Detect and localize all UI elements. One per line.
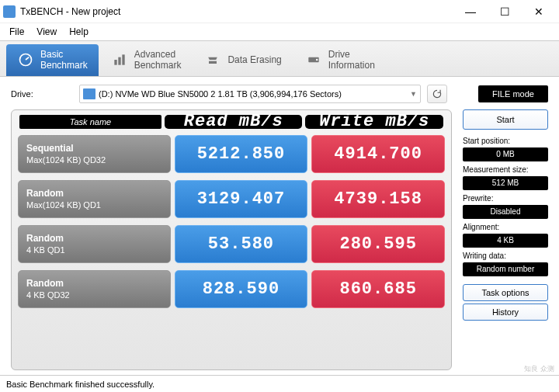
start-position-label: Start position:: [463, 137, 548, 145]
svg-rect-2: [114, 60, 116, 65]
chevron-down-icon: ▼: [410, 90, 417, 98]
drive-label: Drive:: [11, 89, 73, 99]
header-read: Read mB/s: [165, 115, 303, 129]
write-value: 860.685: [311, 270, 445, 308]
side-panel: Start Start position: 0 MB Measurement s…: [463, 109, 548, 370]
prewrite-value: Disabled: [463, 205, 548, 219]
write-value: 280.595: [311, 225, 445, 263]
erase-icon: [204, 51, 221, 68]
drive-value: (D:) NVMe WD Blue SN5000 2 1.81 TB (3,90…: [99, 89, 410, 99]
read-value: 3129.407: [175, 180, 308, 218]
result-row: Random4 KB QD32 828.590 860.685: [18, 270, 445, 308]
write-value: 4739.158: [311, 180, 445, 218]
measurement-size-value: 512 MB: [463, 176, 548, 190]
results-panel: Task name Read mB/s Write mB/s Sequentia…: [11, 109, 452, 370]
alignment-label: Alignment:: [463, 223, 548, 231]
tab-advanced-benchmark[interactable]: AdvancedBenchmark: [100, 44, 193, 76]
svg-point-7: [316, 59, 318, 61]
svg-rect-3: [118, 57, 120, 65]
header-write: Write mB/s: [305, 115, 443, 129]
barchart-icon: [111, 51, 128, 68]
menubar: File View Help: [0, 23, 559, 40]
prewrite-label: Prewrite:: [463, 194, 548, 203]
menu-view[interactable]: View: [30, 25, 63, 39]
svg-rect-4: [122, 55, 124, 65]
menu-help[interactable]: Help: [63, 25, 95, 39]
svg-rect-5: [209, 61, 217, 64]
drive-select[interactable]: (D:) NVMe WD Blue SN5000 2 1.81 TB (3,90…: [79, 85, 421, 103]
read-value: 53.580: [175, 225, 308, 263]
gauge-icon: [17, 51, 34, 68]
menu-file[interactable]: File: [3, 25, 30, 39]
window-title: TxBENCH - New project: [20, 6, 453, 17]
svg-line-1: [26, 57, 29, 60]
refresh-icon: [432, 88, 443, 99]
writing-data-value: Random number: [463, 262, 548, 276]
task-name: SequentialMax(1024 KB) QD32: [18, 135, 171, 173]
read-value: 828.590: [175, 270, 308, 308]
read-value: 5212.850: [175, 135, 308, 173]
start-button[interactable]: Start: [463, 109, 548, 130]
task-name: Random4 KB QD32: [18, 270, 171, 308]
tab-drive-information[interactable]: DriveInformation: [294, 44, 386, 76]
tabbar: BasicBenchmark AdvancedBenchmark Data Er…: [0, 40, 559, 77]
task-options-button[interactable]: Task options: [463, 284, 548, 301]
write-value: 4914.700: [311, 135, 445, 173]
status-bar: Basic Benchmark finished successfully.: [0, 375, 559, 392]
task-name: RandomMax(1024 KB) QD1: [18, 180, 171, 218]
measurement-size-label: Measurement size:: [463, 165, 548, 174]
alignment-value: 4 KB: [463, 234, 548, 248]
result-row: Random4 KB QD1 53.580 280.595: [18, 225, 445, 263]
task-name: Random4 KB QD1: [18, 225, 171, 263]
refresh-button[interactable]: [427, 85, 447, 103]
disk-icon: [83, 88, 95, 99]
app-icon: [3, 5, 16, 18]
result-row: RandomMax(1024 KB) QD1 3129.407 4739.158: [18, 180, 445, 218]
tab-data-erasing[interactable]: Data Erasing: [193, 44, 292, 76]
drive-icon: [305, 51, 322, 68]
watermark: 知良 众测: [524, 366, 554, 373]
result-row: SequentialMax(1024 KB) QD32 5212.850 491…: [18, 135, 445, 173]
close-button[interactable]: ✕: [522, 1, 556, 23]
writing-data-label: Writing data:: [463, 252, 548, 260]
file-mode-indicator: FILE mode: [478, 85, 548, 102]
history-button[interactable]: History: [463, 304, 548, 321]
header-task: Task name: [19, 115, 161, 129]
start-position-value: 0 MB: [463, 147, 548, 161]
status-text: Basic Benchmark finished successfully.: [6, 380, 155, 389]
titlebar: TxBENCH - New project — ☐ ✕: [0, 0, 559, 23]
tab-basic-benchmark[interactable]: BasicBenchmark: [6, 44, 99, 76]
minimize-button[interactable]: —: [453, 1, 488, 23]
maximize-button[interactable]: ☐: [488, 1, 522, 23]
